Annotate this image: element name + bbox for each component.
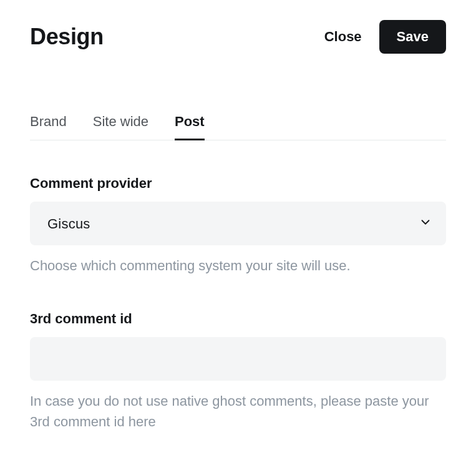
tab-site-wide[interactable]: Site wide <box>93 114 148 140</box>
third-comment-id-input[interactable] <box>30 337 446 381</box>
page-title: Design <box>30 24 104 50</box>
close-button[interactable]: Close <box>324 29 362 45</box>
field-comment-provider: Comment provider Giscus Choose which com… <box>30 175 446 276</box>
tab-post[interactable]: Post <box>175 114 205 140</box>
header-actions: Close Save <box>324 20 446 54</box>
third-comment-id-help: In case you do not use native ghost comm… <box>30 391 446 432</box>
comment-provider-select[interactable]: Giscus <box>30 202 446 245</box>
comment-provider-help: Choose which commenting system your site… <box>30 255 446 276</box>
third-comment-id-label: 3rd comment id <box>30 311 446 327</box>
design-tabs: Brand Site wide Post <box>30 114 446 140</box>
comment-provider-select-wrap: Giscus <box>30 202 446 245</box>
design-settings-page: Design Close Save Brand Site wide Post C… <box>0 0 476 432</box>
comment-provider-label: Comment provider <box>30 175 446 192</box>
save-button[interactable]: Save <box>379 20 446 54</box>
page-header: Design Close Save <box>30 20 446 54</box>
tab-brand[interactable]: Brand <box>30 114 67 140</box>
field-third-comment-id: 3rd comment id In case you do not use na… <box>30 311 446 432</box>
